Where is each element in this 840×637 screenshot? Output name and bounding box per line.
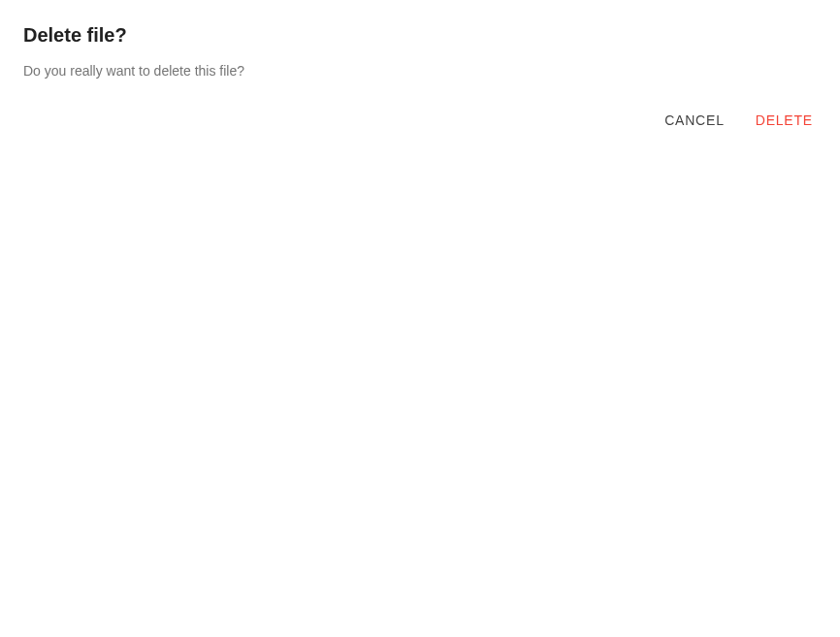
delete-button[interactable]: Delete <box>752 105 817 136</box>
dialog-title: Delete file? <box>23 23 817 47</box>
delete-confirmation-dialog: Delete file? Do you really want to delet… <box>0 0 840 105</box>
dialog-actions: Cancel Delete <box>661 105 817 136</box>
cancel-button[interactable]: Cancel <box>661 105 728 136</box>
dialog-message: Do you really want to delete this file? <box>23 62 817 81</box>
